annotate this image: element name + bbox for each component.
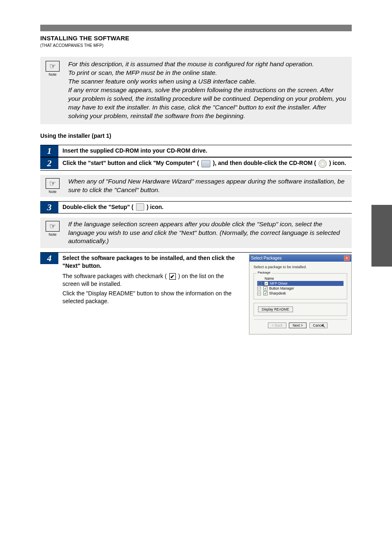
step-1: 1 Insert the supplied CD-ROM into your C… bbox=[40, 145, 352, 157]
checkbox-icon[interactable] bbox=[264, 281, 268, 285]
next-button[interactable]: Next > bbox=[289, 323, 307, 328]
step-3-post: ) icon. bbox=[147, 203, 164, 211]
step-4-line2-pre: The software packages with checkmark ( bbox=[62, 273, 167, 279]
step-3-text: Double-click the "Setup" ( ) icon. bbox=[62, 202, 352, 213]
note-label: Note bbox=[48, 72, 56, 77]
step-3-pre: Double-click the "Setup" ( bbox=[62, 203, 134, 211]
step-2-pre: Click the "start" button and click "My C… bbox=[62, 160, 199, 166]
page-title: INSTALLING THE SOFTWARE bbox=[40, 35, 352, 42]
display-readme-button[interactable]: Display README bbox=[258, 306, 293, 312]
hand-pointer-icon: ☞ bbox=[49, 223, 56, 230]
step-3: 3 Double-click the "Setup" ( ) icon. bbox=[40, 201, 352, 214]
my-computer-icon bbox=[201, 160, 210, 167]
intro-note: ☞ Note For this description, it is assum… bbox=[40, 57, 352, 124]
step-number: 3 bbox=[40, 202, 58, 213]
select-packages-dialog: Select Packages × Select a package to be… bbox=[249, 254, 352, 334]
step-4-text: Select the software packages to be insta… bbox=[62, 254, 242, 305]
package-list: Package Name − MFP Driver − Button Manag… bbox=[254, 273, 347, 299]
step-number: 2 bbox=[40, 158, 58, 169]
list-item[interactable]: − MFP Driver bbox=[257, 281, 344, 286]
checkbox-icon[interactable] bbox=[263, 286, 267, 290]
step-1-text: Insert the supplied CD-ROM into your CD-… bbox=[62, 145, 352, 156]
back-button: < Back bbox=[268, 323, 286, 328]
note-icon: ☞ Note bbox=[44, 221, 61, 237]
step-2: 2 Click the "start" button and click "My… bbox=[40, 157, 352, 170]
list-header: Name bbox=[257, 276, 344, 281]
step-3-note-text: If the language selection screen appears… bbox=[68, 220, 347, 246]
dialog-titlebar: Select Packages × bbox=[249, 255, 351, 262]
header-bar bbox=[40, 25, 352, 31]
cursor-icon: ↖ bbox=[321, 323, 325, 329]
dialog-subtitle: Select a package to be installed. bbox=[254, 265, 347, 269]
collapse-icon[interactable]: − bbox=[257, 292, 261, 295]
step-2-mid: ), and then double-click the CD-ROM ( bbox=[213, 160, 316, 166]
note-icon: ☞ Note bbox=[44, 178, 61, 194]
page-subtitle: (THAT ACCOMPANIES THE MFP) bbox=[40, 43, 352, 48]
collapse-icon[interactable]: − bbox=[258, 282, 262, 285]
step-2-text: Click the "start" button and click "My C… bbox=[62, 158, 352, 170]
list-item[interactable]: − Button Manager bbox=[257, 286, 344, 291]
side-tab bbox=[371, 205, 392, 267]
cdrom-icon bbox=[318, 160, 327, 168]
dialog-title-text: Select Packages bbox=[251, 256, 282, 260]
step-2-post: ) icon. bbox=[329, 160, 346, 166]
hand-pointer-icon: ☞ bbox=[49, 63, 56, 70]
package-legend: Package bbox=[256, 271, 272, 274]
readme-box: Display README bbox=[254, 303, 347, 316]
list-item[interactable]: − Sharpdesk bbox=[257, 291, 344, 296]
step-number: 4 bbox=[40, 253, 58, 264]
step-number: 1 bbox=[40, 145, 58, 157]
note-label: Note bbox=[48, 190, 56, 194]
collapse-icon[interactable]: − bbox=[257, 287, 261, 290]
step-4-line3: Click the "Display README" button to sho… bbox=[62, 290, 242, 305]
hand-pointer-icon: ☞ bbox=[49, 180, 56, 187]
step-4: 4 Select the software packages to be ins… bbox=[40, 252, 352, 336]
step-4-line1: Select the software packages to be insta… bbox=[62, 254, 242, 270]
step-2-note-text: When any of "Found New Hardware Wizard" … bbox=[68, 177, 347, 195]
note-icon: ☞ Note bbox=[44, 61, 61, 77]
checkbox-icon[interactable] bbox=[263, 291, 267, 295]
step-2-note: ☞ Note When any of "Found New Hardware W… bbox=[40, 175, 352, 197]
checkmark-icon: ✔ bbox=[169, 273, 176, 280]
dialog-button-row: < Back Next > Cancel ↖ bbox=[254, 319, 347, 330]
note-label: Note bbox=[48, 232, 56, 237]
setup-icon bbox=[136, 203, 144, 211]
step-3-note: ☞ Note If the language selection screen … bbox=[40, 218, 352, 248]
intro-note-text: For this description, it is assumed that… bbox=[68, 60, 347, 120]
close-icon[interactable]: × bbox=[344, 255, 350, 261]
section-subtitle: Using the installer (part 1) bbox=[40, 132, 352, 139]
